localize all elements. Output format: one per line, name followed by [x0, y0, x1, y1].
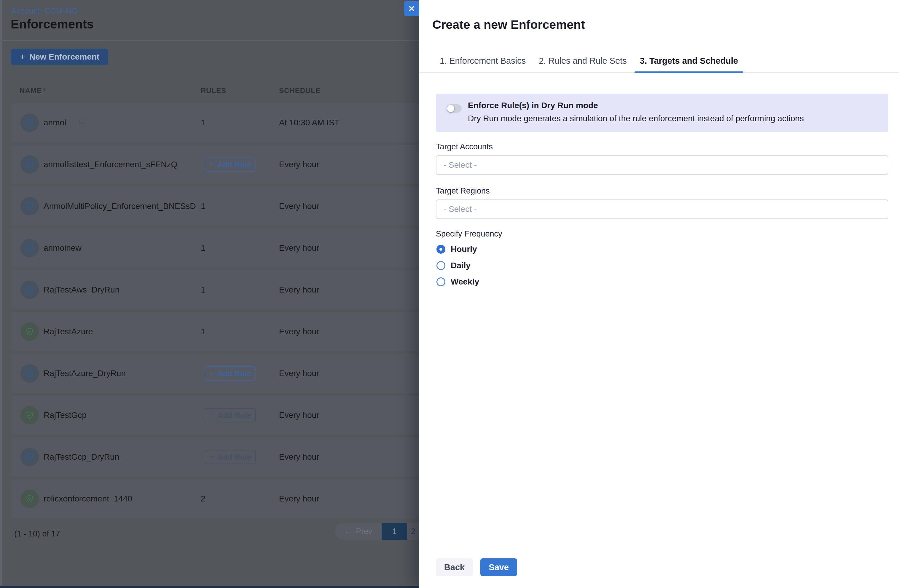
pagination-summary: (1 - 10) of 17 [14, 529, 60, 539]
add-rule-button[interactable]: + Add Rule [205, 157, 256, 171]
table-row[interactable]: AnmolMultiPolicy_Enforcement_BNESsD 1 Ev… [11, 187, 433, 226]
plus-icon: + [209, 160, 215, 169]
add-rule-button-disabled: + Add Rule [205, 450, 256, 464]
create-enforcement-drawer: ✕ Create a new Enforcement 1. Enforcemen… [419, 0, 899, 588]
pagination-prev-button[interactable]: ← Prev [335, 523, 382, 540]
breadcrumb[interactable]: Account: CCM-NG [11, 6, 78, 16]
page-title: Enforcements [11, 17, 94, 31]
dry-run-description: Dry Run mode generates a simulation of t… [468, 114, 804, 123]
enforcement-name: RajTestAzure [43, 327, 93, 336]
new-enforcement-label: New Enforcement [29, 52, 100, 62]
shield-check-icon [20, 155, 39, 174]
enforcement-name: RajTestAzure_DryRun [43, 369, 126, 378]
table-row[interactable]: RajTestAzure 1 Every hour [11, 312, 433, 351]
close-icon: ✕ [408, 4, 415, 14]
enforcements-table: anmol 1 At 10:30 AM IST anmollisttest_En… [11, 103, 433, 519]
shield-check-icon [20, 364, 39, 383]
frequency-option-weekly[interactable]: Weekly [436, 277, 479, 287]
column-header-name[interactable]: NAME [20, 86, 42, 95]
tab-enforcement-basics[interactable]: 1. Enforcement Basics [440, 49, 526, 73]
notes-icon [79, 118, 86, 127]
schedule-value: At 10:30 AM IST [279, 118, 340, 127]
schedule-value: Every hour [279, 327, 319, 336]
dry-run-title: Enforce Rule(s) in Dry Run mode [468, 101, 598, 110]
new-enforcement-button[interactable]: + New Enforcement [11, 49, 108, 65]
pagination: ← Prev 1 2 [335, 523, 419, 540]
sort-caret-icon[interactable]: ▾ [43, 86, 46, 94]
table-row[interactable]: anmollisttest_Enforcement_sFENzQ + Add R… [11, 145, 433, 184]
schedule-value: Every hour [279, 411, 319, 420]
enforcement-name: anmolnew [43, 243, 82, 253]
frequency-option-label: Weekly [451, 277, 479, 287]
table-row[interactable]: anmol 1 At 10:30 AM IST [11, 103, 433, 142]
plus-icon: + [20, 52, 25, 62]
drawer-title: Create a new Enforcement [432, 18, 585, 32]
table-header: NAME ▾ RULES SCHEDULE [0, 86, 419, 97]
add-rule-label: Add Rule [217, 452, 251, 462]
radio-checked-icon [436, 245, 445, 254]
target-accounts-select[interactable] [436, 155, 888, 175]
toggle-knob [447, 105, 454, 112]
radio-unchecked-icon [436, 278, 445, 286]
target-regions-select[interactable] [436, 199, 888, 219]
table-row[interactable]: RajTestGcp + Add Rule Every hour [11, 396, 433, 435]
rules-count: 1 [201, 285, 205, 295]
enforcement-name: anmol [43, 118, 66, 127]
rules-count: 1 [201, 327, 205, 336]
shield-check-icon [20, 406, 39, 424]
tab-targets-and-schedule[interactable]: 3. Targets and Schedule [640, 49, 738, 73]
rules-count: 1 [201, 243, 205, 253]
add-rule-button[interactable]: + Add Rule [205, 366, 256, 381]
close-button[interactable]: ✕ [404, 1, 419, 16]
frequency-option-daily[interactable]: Daily [436, 261, 471, 271]
radio-unchecked-icon [436, 261, 445, 270]
shield-check-icon [20, 197, 39, 216]
schedule-value: Every hour [279, 452, 319, 462]
enforcement-name: relicxenforcement_1440 [43, 494, 132, 503]
add-rule-label: Add Rule [217, 411, 251, 420]
table-row[interactable]: RajTestGcp_DryRun + Add Rule Every hour [11, 437, 433, 477]
save-button[interactable]: Save [480, 559, 517, 576]
shield-check-icon [20, 281, 39, 299]
enforcement-name: RajTestGcp_DryRun [43, 452, 119, 462]
back-button[interactable]: Back [436, 559, 473, 576]
plus-icon: + [209, 452, 215, 461]
pagination-page-2-partial[interactable]: 2 [407, 523, 419, 540]
schedule-value: Every hour [279, 494, 319, 503]
enforcement-name: AnmolMultiPolicy_Enforcement_BNESsD [43, 202, 196, 211]
add-rule-button-disabled: + Add Rule [205, 408, 256, 422]
shield-check-icon [20, 114, 39, 132]
schedule-value: Every hour [279, 285, 319, 295]
table-row[interactable]: RajTestAws_DryRun 1 Every hour [11, 270, 433, 309]
schedule-value: Every hour [279, 243, 319, 253]
target-regions-label: Target Regions [436, 187, 490, 196]
enforcement-name: RajTestGcp [43, 411, 87, 420]
bottom-strip [0, 586, 419, 588]
table-row[interactable]: RajTestAzure_DryRun + Add Rule Every hou… [11, 354, 433, 393]
shield-check-icon [20, 489, 39, 508]
shield-check-icon [20, 323, 39, 341]
frequency-option-label: Hourly [451, 244, 477, 254]
enforcement-name: anmollisttest_Enforcement_sFENzQ [43, 160, 177, 169]
schedule-value: Every hour [279, 202, 319, 211]
pagination-page-1[interactable]: 1 [382, 523, 407, 540]
plus-icon: + [209, 411, 215, 419]
add-rule-label: Add Rule [217, 369, 251, 378]
pagination-prev-label: Prev [356, 527, 372, 536]
table-row[interactable]: relicxenforcement_1440 2 Every hour [11, 479, 433, 519]
table-row[interactable]: anmolnew 1 Every hour [11, 228, 433, 268]
shield-check-icon [20, 448, 39, 466]
target-accounts-label: Target Accounts [436, 142, 493, 151]
schedule-value: Every hour [279, 369, 319, 378]
dry-run-banner: Enforce Rule(s) in Dry Run mode Dry Run … [436, 94, 888, 132]
schedule-value: Every hour [279, 160, 319, 169]
frequency-option-hourly[interactable]: Hourly [436, 244, 477, 254]
column-header-schedule: SCHEDULE [279, 86, 321, 95]
enforcement-name: RajTestAws_DryRun [43, 285, 119, 295]
column-header-rules: RULES [201, 86, 226, 95]
frequency-option-label: Daily [451, 261, 471, 270]
plus-icon: + [209, 369, 215, 378]
dry-run-toggle[interactable] [447, 104, 462, 113]
tab-rules-and-rule-sets[interactable]: 2. Rules and Rule Sets [539, 49, 627, 73]
drawer-tabs: 1. Enforcement Basics 2. Rules and Rule … [419, 49, 899, 73]
